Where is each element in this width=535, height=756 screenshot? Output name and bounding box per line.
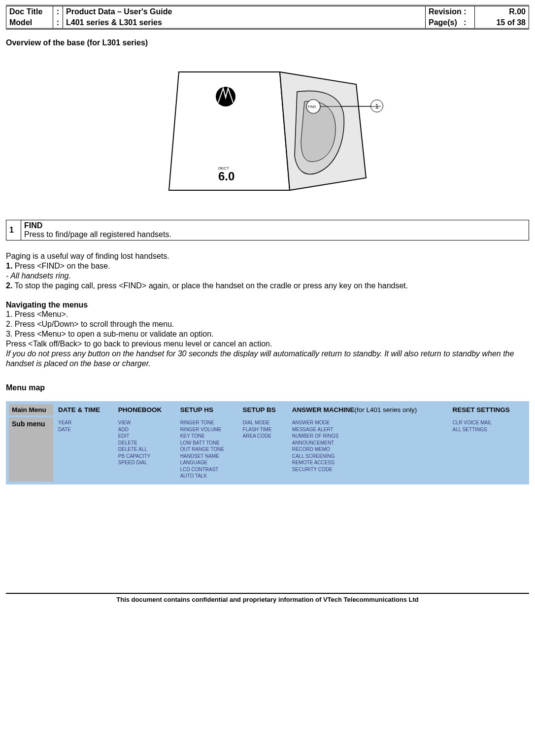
find-row-text: FIND Press to find/page all registered h…: [21, 220, 529, 241]
col-reset-settings: RESET SETTINGS: [449, 404, 526, 415]
nav-line1: 1. Press <Menu>.: [6, 309, 529, 319]
col-answer-machine: ANSWER MACHINE(for L401 series only): [289, 404, 448, 415]
revision-label: Revision :: [426, 6, 475, 18]
sub-reset-settings: CLR VOICE MAIL ALL SETTINGS: [449, 417, 526, 481]
doc-title-label: Doc Title: [6, 6, 53, 18]
doc-header-table: Doc Title : Product Data – User's Guide …: [6, 5, 529, 30]
find-description-table: 1 FIND Press to find/page all registered…: [6, 220, 529, 241]
callout-circle: 1: [370, 100, 383, 112]
find-title: FIND: [24, 221, 42, 230]
paging-intro: Paging is a useful way of finding lost h…: [6, 251, 529, 261]
device-illustration: DECT 6.0 FIND 1: [6, 57, 529, 205]
paging-step1: 1. Press <FIND> on the base.: [6, 261, 529, 271]
nav-line4: Press <Talk off/Back> to go back to prev…: [6, 339, 529, 349]
find-row-num: 1: [6, 220, 21, 241]
nav-section: 1. Press <Menu>. 2. Press <Up/Down> to s…: [6, 309, 529, 369]
menu-sub-row: Sub menu YEAR DATE VIEW ADD EDIT DELETE …: [9, 417, 526, 481]
menu-main-row: Main Menu DATE & TIME PHONEBOOK SETUP HS…: [9, 404, 526, 415]
callout-1: 1: [341, 100, 383, 112]
col-setup-hs: SETUP HS: [177, 404, 238, 415]
sub-date-time: YEAR DATE: [55, 417, 113, 481]
nav-heading: Navigating the menus: [6, 301, 529, 309]
find-button-text: FIND: [308, 105, 316, 108]
footer-text: This document contains confidential and …: [6, 593, 529, 603]
nav-note: If you do not press any button on the ha…: [6, 349, 529, 369]
col-date-time: DATE & TIME: [55, 404, 113, 415]
sub-answer-machine: ANSWER MODE MESSAGE ALERT NUMBER OF RING…: [289, 417, 448, 481]
sub-menu-label: Sub menu: [9, 417, 53, 481]
sub-setup-bs: DIAL MODE FLASH TIME AREA CODE: [240, 417, 287, 481]
colon: :: [53, 6, 63, 18]
pages-value: 15 of 38: [475, 17, 529, 29]
callout-line: [341, 106, 370, 106]
sub-phonebook: VIEW ADD EDIT DELETE DELETE ALL PB CAPAC…: [115, 417, 175, 481]
model-label: Model: [6, 17, 53, 29]
revision-value: R.00: [475, 6, 529, 18]
overview-title: Overview of the base (for L301 series): [6, 38, 529, 47]
pages-label: Page(s) :: [426, 17, 475, 29]
main-menu-label: Main Menu: [9, 404, 53, 415]
base-station-svg: DECT 6.0 FIND: [149, 57, 386, 205]
menu-map-heading: Menu map: [6, 383, 529, 392]
colon: :: [53, 17, 63, 29]
dect-big-text: 6.0: [218, 170, 234, 183]
model-value: L401 series & L301 series: [63, 17, 426, 29]
paging-all-ring: - All handsets ring.: [6, 271, 529, 281]
doc-title-value: Product Data – User's Guide: [63, 6, 426, 18]
col-phonebook: PHONEBOOK: [115, 404, 175, 415]
sub-setup-hs: RINGER TONE RINGER VOLUME KEY TONE LOW B…: [177, 417, 238, 481]
nav-line2: 2. Press <Up/Down> to scroll through the…: [6, 319, 529, 329]
paging-step2: 2. To stop the paging call, press <FIND>…: [6, 281, 529, 291]
paging-section: Paging is a useful way of finding lost h…: [6, 251, 529, 291]
nav-line3: 3. Press <Menu> to open a sub-menu or va…: [6, 329, 529, 339]
menu-map-table: Main Menu DATE & TIME PHONEBOOK SETUP HS…: [6, 401, 529, 484]
find-desc: Press to find/page all registered handse…: [24, 230, 171, 239]
col-setup-bs: SETUP BS: [240, 404, 287, 415]
